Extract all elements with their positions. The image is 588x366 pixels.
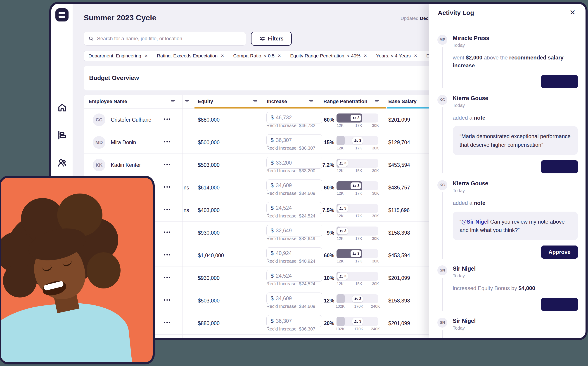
filter-funnel-icon[interactable] xyxy=(374,99,379,104)
filter-funnel-icon[interactable] xyxy=(309,99,314,104)
range-penetration-slider[interactable]: 3 xyxy=(337,294,378,303)
approve-button[interactable]: Approve xyxy=(541,245,578,259)
filter-funnel-icon[interactable] xyxy=(185,99,190,104)
row-menu-button[interactable] xyxy=(164,209,174,210)
row-menu-button[interactable] xyxy=(164,322,174,323)
slider-tick-labels: 102K170K240K xyxy=(337,304,378,309)
close-icon[interactable]: ✕ xyxy=(569,9,576,16)
filters-button[interactable]: Filters xyxy=(251,32,292,46)
base-salary-value: $453,594 xyxy=(388,154,410,176)
column-header-increase[interactable]: Increase xyxy=(267,99,287,104)
badge-count: 3 xyxy=(344,206,347,210)
filter-chip-label: Rating: Exceeds Expectation xyxy=(157,53,218,59)
hidden-column-fragment xyxy=(181,154,189,176)
row-menu-button[interactable] xyxy=(164,186,174,188)
range-penetration-percent: 7.2% xyxy=(310,154,334,176)
users-icon xyxy=(57,158,67,168)
approve-button[interactable] xyxy=(541,298,578,311)
base-salary-value: $485,757 xyxy=(388,176,410,199)
range-penetration-percent: 10% xyxy=(310,267,334,289)
range-penetration-slider[interactable]: 3 xyxy=(337,159,378,168)
column-header-range-penetration[interactable]: Range Penetration xyxy=(323,99,367,104)
filter-chip[interactable]: Rating: Exceeds Expectation✕ xyxy=(152,53,229,59)
sidebar-item-home[interactable] xyxy=(53,99,71,116)
user-mention-link[interactable]: @Sir Nigel xyxy=(461,219,489,225)
row-menu-button[interactable] xyxy=(164,118,174,120)
entry-body: Miracle Press Today went $2,000 above th… xyxy=(453,35,578,88)
filter-funnel-icon[interactable] xyxy=(253,99,258,104)
badge-count: 3 xyxy=(359,138,361,143)
row-menu-button[interactable] xyxy=(164,254,174,255)
badge-count: 3 xyxy=(359,320,361,323)
slider-people-badge[interactable]: 3 xyxy=(337,205,348,212)
sidebar-item-people[interactable] xyxy=(53,154,71,172)
slider-people-badge[interactable]: 3 xyxy=(350,250,361,257)
filter-chip[interactable]: Department: Engineering✕ xyxy=(84,53,152,59)
column-header-equity[interactable]: Equity xyxy=(198,99,213,104)
remove-filter-icon[interactable]: ✕ xyxy=(221,53,224,58)
range-penetration-slider[interactable]: 3 xyxy=(337,249,378,258)
range-penetration-percent: 60% xyxy=(310,108,334,131)
recommended-increase: Rec'd Increase: $32,649 xyxy=(266,236,315,241)
column-header-employee-name[interactable]: Employee Name xyxy=(89,99,127,104)
approve-row xyxy=(453,70,578,88)
activity-log-title: Activity Log xyxy=(438,9,474,16)
currency-symbol: $ xyxy=(271,250,274,256)
people-icon xyxy=(352,116,357,120)
slider-people-badge[interactable]: 3 xyxy=(350,183,361,189)
slider-people-badge[interactable]: 3 xyxy=(337,273,348,280)
slider-people-badge[interactable]: 3 xyxy=(352,296,363,302)
remove-filter-icon[interactable]: ✕ xyxy=(278,53,281,58)
filter-chip[interactable]: Equity Range Penetration: < 40%✕ xyxy=(286,53,371,59)
filter-chip[interactable]: Years: < 4 Years✕ xyxy=(371,53,422,59)
currency-symbol: $ xyxy=(271,318,274,324)
recommended-increase: Rec'd Increase: $33,200 xyxy=(266,168,315,173)
text-segment: above the xyxy=(482,54,509,61)
increase-value: 24,524 xyxy=(276,205,292,211)
range-penetration-slider[interactable]: 3 xyxy=(337,136,378,145)
people-icon xyxy=(339,229,344,233)
range-penetration-slider[interactable]: 3 xyxy=(337,317,378,326)
slider-people-badge[interactable]: 3 xyxy=(352,318,363,325)
increase-value: 36,307 xyxy=(276,318,292,324)
range-penetration-slider[interactable]: 3 xyxy=(337,272,378,281)
activity-log-panel: Activity Log ✕ MP Miracle Press Today we… xyxy=(429,4,586,338)
range-penetration-slider[interactable]: 3 xyxy=(337,204,378,213)
slider-tick-labels: 12K17K30K xyxy=(337,236,378,241)
range-penetration-percent: 60% xyxy=(310,176,334,199)
page-title: Summer 2023 Cycle xyxy=(84,13,156,22)
range-penetration-slider[interactable]: 3 xyxy=(337,181,378,190)
range-penetration-slider[interactable]: 3 xyxy=(337,227,378,236)
column-header-base-salary[interactable]: Base Salary xyxy=(388,99,417,104)
remove-filter-icon[interactable]: ✕ xyxy=(414,53,417,58)
approve-button[interactable] xyxy=(541,75,578,88)
filter-funnel-icon[interactable] xyxy=(170,99,175,104)
sidebar-item-reports[interactable] xyxy=(53,126,71,144)
table-row[interactable]: MD Mira Donin $500,000 $ 36,307 Rec'd In… xyxy=(84,131,436,154)
entry-avatar-column: SN xyxy=(437,318,447,338)
filter-chip[interactable]: Compa-Ratio: < 0.5✕ xyxy=(229,53,286,59)
base-salary-value: $201,099 xyxy=(388,108,410,131)
approve-button[interactable] xyxy=(541,160,578,173)
slider-tick-labels: 12K17K30K xyxy=(337,146,378,151)
app-logo-icon xyxy=(55,8,69,22)
remove-filter-icon[interactable]: ✕ xyxy=(364,53,367,58)
search-input[interactable]: Search for a name, job title, or locatio… xyxy=(84,32,246,46)
remove-filter-icon[interactable]: ✕ xyxy=(144,53,148,58)
row-menu-button[interactable] xyxy=(164,141,174,142)
slider-people-badge[interactable]: 3 xyxy=(350,114,361,122)
text-segment: $4,000 xyxy=(518,285,535,291)
hidden-column-fragment xyxy=(181,131,189,154)
slider-people-badge[interactable]: 3 xyxy=(352,137,363,144)
range-penetration-slider[interactable]: 3 xyxy=(337,114,378,122)
slider-people-badge[interactable]: 3 xyxy=(337,228,348,234)
currency-symbol: $ xyxy=(271,273,274,279)
table-row[interactable]: KK Kadin Kenter $503,000 $ 33,200 Rec'd … xyxy=(84,154,436,176)
table-row[interactable]: CC Cristofer Culhane $880,000 $ 46,732 R… xyxy=(84,108,436,131)
row-menu-button[interactable] xyxy=(164,231,174,233)
row-menu-button[interactable] xyxy=(164,299,174,301)
slider-people-badge[interactable]: 3 xyxy=(337,160,348,167)
row-menu-button[interactable] xyxy=(164,164,174,165)
slider-tick-labels: 102K170K240K xyxy=(337,327,378,332)
row-menu-button[interactable] xyxy=(164,277,174,278)
